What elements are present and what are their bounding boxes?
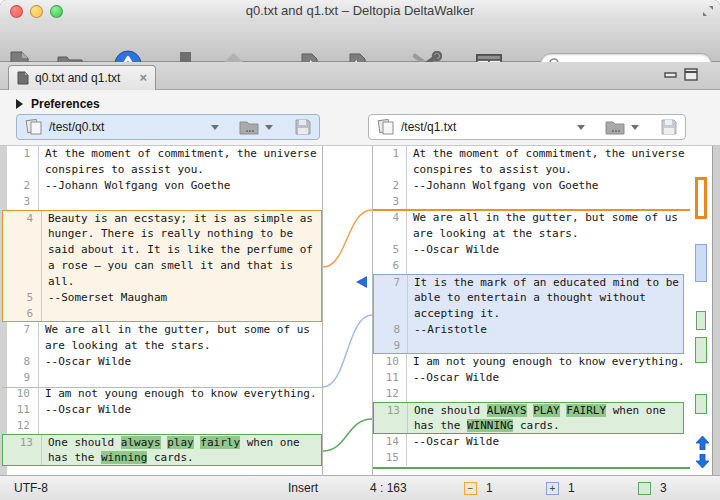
code-line[interactable]: 10I am not young enough to know everythi… — [373, 354, 690, 370]
overview-mark-inserted[interactable] — [695, 244, 707, 282]
chevron-down-icon[interactable] — [631, 125, 639, 130]
chevron-down-icon[interactable] — [577, 125, 585, 130]
preferences-disclosure[interactable]: Preferences — [16, 97, 100, 111]
code-line[interactable]: 8--Aristotle — [373, 322, 684, 338]
code-line[interactable]: 1At the moment of commitment, the univer… — [0, 146, 322, 162]
code-line[interactable]: are looking at the stars. — [0, 338, 322, 354]
line-number: 10 — [0, 386, 38, 402]
maximize-view-icon[interactable] — [684, 68, 698, 81]
line-text — [41, 306, 321, 321]
code-line[interactable]: 2--Johann Wolfgang von Goethe — [0, 178, 322, 194]
close-window-button[interactable] — [10, 5, 23, 18]
code-line[interactable]: 13One should always play fairly when one — [2, 434, 322, 450]
line-number: 5 — [373, 242, 406, 258]
tab-close-icon[interactable]: × — [139, 72, 147, 84]
code-line[interactable]: has the winning cards. — [2, 450, 322, 466]
right-file-path-field[interactable]: /test/q1.txt — [368, 114, 686, 140]
fullscreen-icon[interactable] — [702, 5, 714, 17]
code-line[interactable]: 12 — [373, 386, 690, 402]
connector-gutter — [323, 146, 372, 476]
scroll-down-arrow-icon[interactable] — [696, 454, 709, 468]
chevron-down-icon[interactable] — [211, 125, 219, 130]
line-text: --Oscar Wilde — [38, 354, 322, 370]
save-icon[interactable] — [661, 119, 677, 135]
code-line[interactable]: are looking at the stars. — [373, 226, 690, 242]
line-text: --Oscar Wilde — [38, 402, 322, 418]
code-line[interactable]: all. — [2, 274, 322, 290]
diff-editor: 1At the moment of commitment, the univer… — [0, 145, 720, 475]
code-line[interactable]: 1At the moment of commitment, the univer… — [373, 146, 690, 162]
insert-mode-indicator: Insert — [288, 476, 318, 500]
code-line[interactable]: 2--Johann Wolfgang von Goethe — [373, 178, 690, 194]
line-text: I am not young enough to know everything… — [406, 354, 690, 370]
code-line[interactable]: 11--Oscar Wilde — [0, 402, 322, 418]
line-text: are looking at the stars. — [406, 226, 690, 242]
line-text: --Johann Wolfgang von Goethe — [38, 178, 322, 194]
minimize-window-button[interactable] — [30, 5, 43, 18]
tab-q0-and-q1[interactable]: q0.txt and q1.txt × — [8, 65, 156, 90]
line-text: accepting it. — [407, 306, 683, 322]
code-line[interactable]: 15 — [373, 450, 690, 466]
line-text: --Somerset Maugham — [41, 290, 321, 306]
line-number — [3, 450, 41, 465]
code-line[interactable]: 8--Oscar Wilde — [0, 354, 322, 370]
code-line[interactable]: 5--Somerset Maugham — [2, 290, 322, 306]
overview-mark-changed-3[interactable] — [695, 394, 707, 414]
code-line[interactable]: 7It is the mark of an educated mind to b… — [373, 274, 684, 290]
code-line[interactable]: 12 — [0, 418, 322, 434]
code-line[interactable]: 13One should ALWAYS PLAY FAIRLY when one — [373, 402, 684, 418]
line-text — [406, 258, 690, 274]
window-title: q0.txt and q1.txt – Deltopia DeltaWalker — [80, 3, 640, 18]
code-line[interactable]: said about it. It is like the perfume of — [2, 242, 322, 258]
line-text: said about it. It is like the perfume of — [41, 242, 321, 258]
status-bar: UTF-8 Insert 4 : 163 − 1 + 1 3 — [0, 475, 720, 500]
code-line[interactable]: 10I am not young enough to know everythi… — [0, 386, 322, 402]
code-line[interactable]: has the WINNING cards. — [373, 418, 684, 434]
code-line[interactable]: 6 — [2, 306, 322, 322]
code-line[interactable]: 4We are all in the gutter, but some of u… — [373, 210, 690, 226]
line-text: At the moment of commitment, the univers… — [406, 146, 690, 162]
left-file-path-field[interactable]: /test/q0.txt — [16, 114, 320, 140]
save-icon[interactable] — [295, 119, 311, 135]
deleted-block-connector — [323, 210, 372, 267]
code-line[interactable]: 4Beauty is an ecstasy; it is as simple a… — [2, 210, 322, 226]
line-number: 3 — [0, 194, 38, 210]
overview-mark-deleted[interactable] — [695, 177, 707, 219]
code-line[interactable]: accepting it. — [373, 306, 684, 322]
code-line[interactable]: 3 — [0, 194, 322, 210]
title-bar: q0.txt and q1.txt – Deltopia DeltaWalker — [0, 0, 720, 22]
code-line[interactable]: hunger. There is really nothing to be — [2, 226, 322, 242]
overview-mark-changed-2[interactable] — [695, 337, 707, 363]
code-line[interactable]: 11--Oscar Wilde — [373, 370, 690, 386]
line-number: 12 — [373, 386, 406, 402]
line-text: able to entertain a thought without — [407, 290, 683, 306]
code-line[interactable]: 5--Oscar Wilde — [373, 242, 690, 258]
insertion-position-line — [2, 387, 323, 388]
code-line[interactable]: 6 — [373, 258, 690, 274]
left-code-pane: 1At the moment of commitment, the univer… — [0, 146, 323, 476]
browse-folder-icon[interactable] — [605, 119, 625, 135]
code-line[interactable]: 9 — [0, 370, 322, 386]
changed-block-connector — [323, 419, 372, 451]
line-number: 1 — [0, 146, 38, 162]
code-line[interactable]: conspires to assist you. — [373, 162, 690, 178]
browse-folder-icon[interactable] — [239, 119, 259, 135]
line-number: 8 — [0, 354, 38, 370]
right-file-path: /test/q1.txt — [401, 120, 571, 134]
code-line[interactable]: conspires to assist you. — [0, 162, 322, 178]
code-line[interactable]: able to entertain a thought without — [373, 290, 684, 306]
code-line[interactable]: a rose – you can smell it and that is — [2, 258, 322, 274]
document-icon — [17, 71, 29, 85]
code-line[interactable]: 14--Oscar Wilde — [373, 434, 690, 450]
zoom-window-button[interactable] — [50, 5, 63, 18]
scroll-up-arrow-icon[interactable] — [696, 436, 709, 450]
line-text: --Oscar Wilde — [406, 370, 690, 386]
code-line[interactable]: 7We are all in the gutter, but some of u… — [0, 322, 322, 338]
code-line[interactable]: 3 — [373, 194, 690, 210]
line-number — [3, 258, 41, 274]
minimize-view-icon[interactable] — [664, 70, 678, 80]
chevron-down-icon[interactable] — [265, 125, 273, 130]
changed-count: 3 — [660, 476, 667, 500]
code-line[interactable]: 9 — [373, 338, 684, 354]
overview-mark-changed-1[interactable] — [696, 311, 706, 330]
